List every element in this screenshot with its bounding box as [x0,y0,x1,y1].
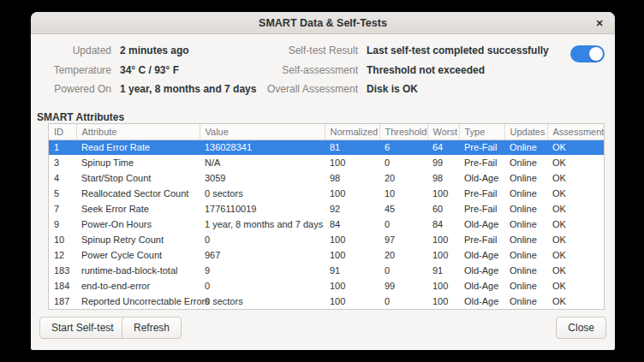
cell-worst: 99 [427,155,459,170]
column-header-attribute[interactable]: Attribute [76,124,200,139]
smart-attributes-table: IDAttributeValueNormalizedThresholdWorst… [48,123,605,310]
table-row[interactable]: 12Power Cycle Count96710020100Old-AgeOnl… [49,247,604,263]
cell-normalized: 100 [325,247,379,263]
cell-attribute: Spinup Time [76,155,200,170]
cell-threshold: 0 [379,217,427,232]
cell-updates: Online [504,294,547,309]
table-row[interactable]: 3Spinup TimeN/A100099Pre-FailOnlineOK [49,155,604,170]
window-title: SMART Data & Self-Tests [259,17,387,29]
drive-info-right: Self-test Result Last self-test complete… [253,41,605,99]
titlebar[interactable]: SMART Data & Self-Tests ✕ [31,12,615,34]
table-row[interactable]: 4Start/Stop Count3059982098Old-AgeOnline… [49,170,604,186]
cell-assessment: OK [547,263,604,278]
cell-updates: Online [504,278,547,294]
cell-id: 9 [49,217,76,232]
table-row[interactable]: 5Reallocated Sector Count0 sectors100101… [49,186,604,201]
column-header-type[interactable]: Type [459,124,504,139]
cell-normalized: 100 [325,186,379,201]
cell-attribute: Power Cycle Count [76,247,200,263]
cell-normalized: 81 [325,139,379,155]
cell-normalized: 100 [325,278,379,294]
cell-assessment: OK [547,139,604,155]
section-title: SMART Attributes [37,111,124,123]
cell-value: 136028341 [200,139,325,155]
table-row[interactable]: 1Read Error Rate13602834181664Pre-FailOn… [49,139,604,155]
cell-attribute: Seek Error Rate [76,201,200,217]
cell-type: Old-Age [459,294,504,309]
cell-id: 183 [49,263,76,278]
table-row[interactable]: 9Power-On Hours1 year, 8 months and 7 da… [49,217,604,232]
cell-threshold: 99 [379,278,427,294]
cell-assessment: OK [547,201,604,217]
cell-worst: 100 [427,278,459,294]
table-row[interactable]: 7Seek Error Rate1776110019924560Pre-Fail… [49,201,604,217]
cell-assessment: OK [547,294,604,309]
column-header-value[interactable]: Value [200,124,325,139]
cell-id: 3 [49,155,76,170]
cell-value: 9 [200,263,325,278]
cell-worst: 100 [427,232,459,247]
column-header-threshold[interactable]: Threshold [379,124,427,139]
column-header-normalized[interactable]: Normalized [325,124,379,139]
cell-worst: 100 [427,294,459,309]
cell-updates: Online [504,232,547,247]
self-assessment-row: Self-assessment Threshold not exceeded [253,61,605,80]
self-assessment-label: Self-assessment [253,64,358,76]
table-row[interactable]: 183runtime-bad-block-total991091Old-AgeO… [49,263,604,278]
column-header-assessment[interactable]: Assessment [547,124,604,139]
self-test-result-row: Self-test Result Last self-test complete… [253,41,605,61]
smart-enabled-toggle[interactable] [570,45,605,62]
start-self-test-button[interactable]: Start Self-test [39,317,126,339]
cell-worst: 98 [427,170,459,186]
temperature-label: Temperature [38,64,111,76]
cell-assessment: OK [547,186,604,201]
cell-attribute: Start/Stop Count [76,170,200,186]
cell-updates: Online [504,263,547,278]
close-button[interactable]: Close [556,317,606,339]
cell-normalized: 98 [325,170,379,186]
cell-threshold: 0 [379,263,427,278]
cell-id: 187 [49,294,76,309]
cell-threshold: 20 [379,170,427,186]
cell-id: 5 [49,186,76,201]
cell-value: 0 [200,278,325,294]
self-test-result-label: Self-test Result [253,45,358,56]
table-row[interactable]: 184end-to-end-error010099100Old-AgeOnlin… [49,278,604,294]
cell-normalized: 100 [325,232,379,247]
cell-updates: Online [504,217,547,232]
column-header-updates[interactable]: Updates [504,124,547,139]
table-row[interactable]: 187Reported Uncorrectable Errors0 sector… [49,294,604,309]
cell-assessment: OK [547,278,604,294]
close-icon[interactable]: ✕ [591,15,608,32]
cell-id: 184 [49,278,76,294]
cell-assessment: OK [547,170,604,186]
updated-value: 2 minutes ago [120,45,189,56]
cell-id: 12 [49,247,76,263]
cell-attribute: runtime-bad-block-total [76,263,200,278]
table-header-row[interactable]: IDAttributeValueNormalizedThresholdWorst… [49,124,604,139]
cell-value: 0 sectors [200,186,325,201]
cell-updates: Online [504,170,547,186]
cell-attribute: Reallocated Sector Count [76,186,200,201]
cell-normalized: 91 [325,263,379,278]
refresh-button[interactable]: Refresh [122,317,182,339]
dialog-body: Updated 2 minutes ago Temperature 34° C … [31,34,615,350]
cell-id: 7 [49,201,76,217]
cell-attribute: end-to-end-error [76,278,200,294]
cell-updates: Online [504,155,547,170]
temperature-value: 34° C / 93° F [120,64,179,76]
column-header-id[interactable]: ID [49,124,76,139]
cell-threshold: 6 [379,139,427,155]
overall-assessment-value: Disk is OK [367,83,418,95]
cell-worst: 91 [427,263,459,278]
cell-type: Old-Age [459,217,504,232]
cell-attribute: Power-On Hours [76,217,200,232]
table-row[interactable]: 10Spinup Retry Count010097100Pre-FailOnl… [49,232,604,247]
cell-threshold: 97 [379,232,427,247]
cell-attribute: Read Error Rate [76,139,200,155]
column-header-worst[interactable]: Worst [427,124,459,139]
cell-type: Old-Age [459,170,504,186]
cell-assessment: OK [547,232,604,247]
cell-assessment: OK [547,217,604,232]
cell-assessment: OK [547,247,604,263]
